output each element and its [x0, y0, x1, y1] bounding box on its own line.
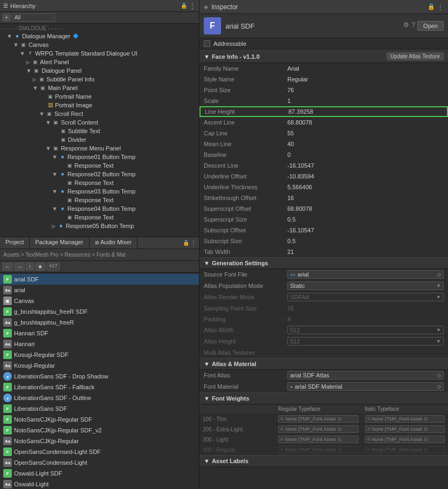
fw-italic-regular: ⊙ None (TMP_Font Asset ⊙: [362, 445, 449, 455]
asset-item-noto[interactable]: Aa NotoSansCJKjp-Regular: [0, 436, 199, 446]
cube-icon: ■: [13, 32, 21, 40]
asset-item-hannari[interactable]: Aa Hannari: [0, 339, 199, 349]
section-expand-icon: ▼: [204, 53, 210, 60]
tree-item-canvas[interactable]: ▼ ▣ Canvas: [0, 40, 199, 49]
baseline-label: Baseline: [204, 151, 287, 158]
assets-back-btn[interactable]: ←: [2, 263, 13, 271]
help-icon[interactable]: ?: [411, 21, 415, 31]
tree-item-scroll-rect[interactable]: ▼ ▣ Scroll Rect: [0, 109, 199, 118]
tree-item-dialogue-separator[interactable]: - - - - - DIALOGUE - - - - -: [0, 25, 199, 32]
tree-item-response05[interactable]: ▶ ■ Response05 Button Temp: [0, 222, 199, 230]
asset-item-oswald-light-sdf[interactable]: F Oswald-Light SDF: [0, 468, 199, 479]
update-atlas-btn[interactable]: Update Atlas Texture: [387, 52, 444, 60]
atlas-height-dropdown[interactable]: 512 ▼: [287, 337, 444, 346]
descent-line-label: Descent Line: [204, 162, 287, 169]
expand-icon: ▼: [45, 145, 51, 151]
hierarchy-lock-icon[interactable]: 🔒: [181, 3, 187, 9]
asset-item-noto-sdf-v2[interactable]: F NotoSansCJKjp-Regular SDF_v2: [0, 425, 199, 436]
expand-icon: ▶: [32, 76, 37, 83]
tree-item-response03[interactable]: ▼ ■ Response03 Button Temp: [0, 187, 199, 196]
hierarchy-add-btn[interactable]: +: [2, 13, 11, 22]
asset-item-kosugi[interactable]: Aa Kosugi-Regular: [0, 360, 199, 371]
asset-item-g-brushr-sdf[interactable]: F g_brushtappitsu_freeR SDF: [0, 306, 199, 317]
settings-icon[interactable]: ⚙: [403, 21, 409, 31]
asset-item-canvas[interactable]: ▣ Canvas: [0, 295, 199, 306]
more2-icon[interactable]: ⋮: [190, 239, 197, 247]
asset-name: arial SDF: [225, 22, 254, 30]
expand-icon: ▼: [52, 154, 58, 160]
tree-item-response-menu[interactable]: ▼ ▣ Response Menu Panel: [0, 144, 199, 153]
right-panel: ◉ Inspector 🔒 ⋮ F arial SDF ⚙ ? Open Add…: [199, 0, 448, 489]
tree-item-portrait-name[interactable]: ▣ Portrait Name: [0, 92, 199, 101]
tree-item-subtitle-text[interactable]: ▣ Subtitle Text: [0, 127, 199, 135]
descent-line-value: -16.10547: [287, 162, 444, 169]
asset-item-liberation-fallback[interactable]: F LiberationSans SDF - Fallback: [0, 382, 199, 392]
tree-item-dialogue-panel[interactable]: ▼ ▣ Dialogue Panel: [0, 66, 199, 75]
asset-item-g-brushr[interactable]: Aa g_brushtappitsu_freeR: [0, 317, 199, 328]
source-font-picker[interactable]: ⊙: [437, 272, 441, 278]
canvas-icon: ▣: [52, 144, 60, 152]
tree-item-response-text-2[interactable]: ▣ Response Text: [0, 178, 199, 187]
asset-item-oswald-light[interactable]: Aa Oswald-Light: [0, 479, 199, 489]
atlas-width-dropdown[interactable]: 512 ▼: [287, 326, 444, 334]
asset-item-noto-sdf[interactable]: F NotoSansCJKjp-Regular SDF: [0, 414, 199, 425]
tree-item-response02[interactable]: ▼ ■ Response02 Button Temp: [0, 170, 199, 178]
superscript-offset-row: Superscript Offset 68.80078: [199, 203, 448, 214]
aa-icon: Aa: [3, 458, 12, 467]
addressable-checkbox[interactable]: [204, 40, 210, 47]
lock2-icon[interactable]: 🔒: [183, 240, 189, 246]
fw-regular-thin: ⊙ None (TMP_Font Asset ⊙: [275, 414, 362, 424]
tree-item-wrpg[interactable]: ▼ T WRPG Template Standard Dialogue UI: [0, 49, 199, 58]
asset-item-hannari-sdf[interactable]: F Hannari SDF: [0, 328, 199, 339]
hierarchy-panel: ☰ Hierarchy 🔒 ⋮ + - - - - - DIALOGUE - -…: [0, 0, 199, 237]
tree-item-response-text-4[interactable]: ▣ Response Text: [0, 213, 199, 222]
breadcrumb-text: Assets > TextMesh Pro > Resources > Font…: [3, 252, 126, 258]
asset-item-liberation-outline[interactable]: ● LiberationSans SDF - Outline: [0, 392, 199, 403]
tree-item-dialogue-manager[interactable]: ▼ ■ Dialogue Manager 🔷: [0, 32, 199, 40]
expand-icon: ▼: [13, 42, 19, 48]
asset-item-opensans-sdf[interactable]: F OpenSansCondensed-Light SDF: [0, 446, 199, 457]
atlas-pop-dropdown[interactable]: Static ▼: [287, 281, 444, 290]
tree-item-response-text-3[interactable]: ▣ Response Text: [0, 196, 199, 204]
inspector-lock-icon[interactable]: 🔒: [428, 3, 435, 11]
font-weights-table: Regular Typeface Italic Typeface 100 - T…: [199, 404, 448, 455]
text-icon: T: [26, 50, 34, 57]
cap-line-value: 55: [287, 130, 444, 136]
hierarchy-more-icon[interactable]: ⋮: [189, 2, 196, 10]
asset-item-liberation[interactable]: F LiberationSans SDF: [0, 403, 199, 414]
tab-package-manager[interactable]: Package Manager: [30, 237, 89, 249]
tree-item-main-panel[interactable]: ▼ ▣ Main Panel: [0, 84, 199, 92]
atlas-render-dropdown[interactable]: SDFAA ▼: [287, 293, 444, 301]
section-expand-icon5: ▼: [204, 458, 210, 464]
aa-icon: Aa: [3, 286, 12, 294]
tree-item-subtitle-panel[interactable]: ▶ ▣ Subtitle Panel Info: [0, 75, 199, 84]
tree-item-alert-panel[interactable]: ▶ ▣ Alert Panel: [0, 58, 199, 66]
open-button[interactable]: Open: [417, 21, 444, 31]
expand-icon: ▼: [39, 111, 45, 117]
underline-thickness-label: Underline Thickness: [204, 184, 287, 190]
asset-item-kosugi-sdf[interactable]: F Kosugi-Regular SDF: [0, 349, 199, 360]
assets-fav-btn[interactable]: ★: [35, 263, 45, 271]
font-atlas-picker[interactable]: ⊙: [437, 373, 441, 378]
tab-audio-mixer[interactable]: ⊞ Audio Mixer: [89, 237, 138, 249]
tree-item-response01[interactable]: ▼ ■ Response01 Button Temp: [0, 153, 199, 161]
asset-item-opensans[interactable]: Aa OpenSansCondensed-Light: [0, 457, 199, 468]
tree-item-response-text-1[interactable]: ▣ Response Text: [0, 161, 199, 170]
tree-item-scroll-content[interactable]: ▼ ▣ Scroll Content: [0, 118, 199, 127]
font-weights-title: Font Weights: [212, 395, 249, 402]
tree-item-portrait-image[interactable]: 🖼 Portrait Image: [0, 101, 199, 109]
asset-item-arial[interactable]: Aa arial: [0, 285, 199, 295]
tab-project[interactable]: Project: [0, 237, 30, 249]
fw-italic-thin: ⊙ None (TMP_Font Asset ⊙: [362, 414, 449, 424]
hierarchy-search[interactable]: [12, 13, 55, 22]
assets-up-btn[interactable]: ↑: [26, 263, 34, 271]
inspector-more-icon[interactable]: ⋮: [437, 3, 444, 11]
asset-item-liberation-dropshadow[interactable]: ● LiberationSans SDF - Drop Shadow: [0, 371, 199, 382]
expand-icon: ▼: [6, 33, 12, 39]
assets-count-badge: ≡17: [46, 263, 60, 271]
tree-item-response04[interactable]: ▼ ■ Response04 Button Temp: [0, 204, 199, 213]
assets-forward-btn[interactable]: →: [14, 263, 25, 271]
asset-item-arial-sdf[interactable]: F arial SDF: [0, 274, 199, 285]
font-material-picker[interactable]: ⊙: [437, 384, 441, 390]
tree-item-divider[interactable]: ▣ Divider: [0, 135, 199, 144]
